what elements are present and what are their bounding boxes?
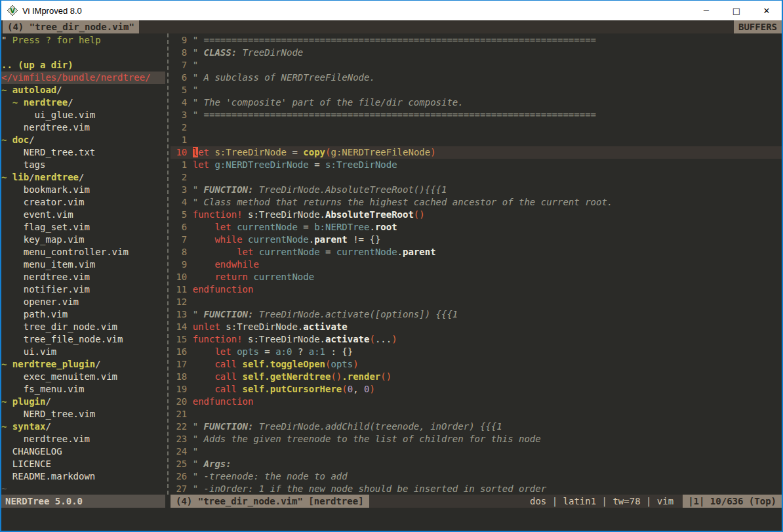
tree-item[interactable]: ~ lib/nerdtree/ xyxy=(1,171,165,184)
code-line[interactable]: 2 xyxy=(171,171,782,184)
code-line[interactable]: 14unlet s:TreeDirNode.activate xyxy=(171,321,782,333)
code-line[interactable]: 26" -treenode: the node to add xyxy=(171,470,782,483)
code-line[interactable]: 17 call self.toggleOpen(opts) xyxy=(171,358,782,371)
tree-item[interactable]: ~ doc/ xyxy=(1,134,165,146)
vim-logo-icon: V xyxy=(7,5,18,16)
code-line[interactable]: 21 xyxy=(171,408,782,420)
line-number: 5 xyxy=(171,209,187,221)
code-line[interactable]: 23" Adds the given treenode to the list … xyxy=(171,433,782,445)
code-line[interactable]: 25" Args: xyxy=(171,458,782,470)
code-line[interactable]: 1 xyxy=(171,134,782,146)
tree-item[interactable]: menu_item.vim xyxy=(1,258,165,271)
tab-tree-dir-node[interactable]: (4) "tree_dir_node.vim" xyxy=(3,20,139,33)
tree-item[interactable]: NERD_tree.txt xyxy=(1,146,165,159)
command-line[interactable] xyxy=(1,508,782,531)
tree-item[interactable]: menu_controller.vim xyxy=(1,246,165,258)
tree-item[interactable]: tree_dir_node.vim xyxy=(1,321,165,333)
maximize-button[interactable]: □ xyxy=(721,1,752,20)
tree-item[interactable]: tags xyxy=(1,159,165,171)
line-number: 7 xyxy=(171,59,187,72)
tree-item[interactable]: creator.vim xyxy=(1,196,165,209)
code-line[interactable]: 19 call self.putCursorHere(0, 0) xyxy=(171,383,782,396)
minimize-button[interactable]: ─ xyxy=(691,1,721,20)
code-line[interactable]: 6" A subclass of NERDTreeFileNode. xyxy=(171,72,782,84)
tree-item[interactable]: opener.vim xyxy=(1,296,165,308)
line-number: 24 xyxy=(171,445,187,458)
line-number: 14 xyxy=(171,321,187,333)
code-line[interactable]: 6 let currentNode = b:NERDTree.root xyxy=(171,221,782,234)
code-line[interactable]: 2 xyxy=(171,121,782,134)
line-number: 5 xyxy=(171,84,187,96)
tree-item[interactable]: ~ syntax/ xyxy=(1,420,165,433)
tree-item[interactable]: ui_glue.vim xyxy=(1,109,165,121)
code-line[interactable]: 22" FUNCTION: TreeDirNode.addChild(treen… xyxy=(171,420,782,433)
tree-item[interactable]: .. (up a dir) xyxy=(1,59,165,72)
tree-item[interactable]: nerdtree.vim xyxy=(1,121,165,134)
code-line[interactable]: 7" xyxy=(171,59,782,72)
tree-item[interactable]: ~ nerdtree/ xyxy=(1,96,165,109)
code-line[interactable]: 9 endwhile xyxy=(171,258,782,271)
line-number: 9 xyxy=(171,258,187,271)
code-line[interactable]: 11endfunction xyxy=(171,283,782,296)
tree-item[interactable]: fs_menu.vim xyxy=(1,383,165,396)
code-line[interactable]: 18 call self.getNerdtree().render() xyxy=(171,371,782,383)
line-number: 13 xyxy=(171,308,187,321)
code-line[interactable]: 8" CLASS: TreeDirNode xyxy=(171,47,782,59)
code-line[interactable]: 9" =====================================… xyxy=(171,34,782,47)
code-line[interactable]: 1let g:NERDTreeDirNode = s:TreeDirNode xyxy=(171,159,782,171)
statusline-gap xyxy=(165,495,171,508)
tree-item[interactable]: LICENCE xyxy=(1,458,165,470)
tree-item[interactable]: README.markdown xyxy=(1,470,165,483)
tree-item[interactable]: ui.vim xyxy=(1,346,165,358)
code-line[interactable]: 5function! s:TreeDirNode.AbsoluteTreeRoo… xyxy=(171,209,782,221)
code-line[interactable]: 3" FUNCTION: TreeDirNode.AbsoluteTreeRoo… xyxy=(171,184,782,196)
file-format-info: dos | latin1 | tw=78 | vim xyxy=(530,496,673,506)
code-line[interactable]: 5" xyxy=(171,84,782,96)
tree-item[interactable]: exec_menuitem.vim xyxy=(1,371,165,383)
cursor-position-indicator: |1| 10/636 (Top) xyxy=(683,495,782,508)
tree-item[interactable]: tree_file_node.vim xyxy=(1,333,165,346)
buffers-label: BUFFERS xyxy=(734,20,782,33)
tree-item[interactable]: key_map.vim xyxy=(1,234,165,246)
code-line[interactable]: 16 let opts = a:0 ? a:1 : {} xyxy=(171,346,782,358)
code-line[interactable]: 24" xyxy=(171,445,782,458)
tree-item[interactable]: NERD_tree.vim xyxy=(1,408,165,420)
status-bar: NERDTree 5.0.0 (4) "tree_dir_node.vim" [… xyxy=(1,495,782,508)
code-line[interactable]: 10 return currentNode xyxy=(171,271,782,283)
tree-item[interactable]: event.vim xyxy=(1,209,165,221)
tree-item[interactable]: nerdtree.vim xyxy=(1,271,165,283)
line-number: 25 xyxy=(171,458,187,470)
tree-item[interactable] xyxy=(1,47,165,59)
tree-item[interactable]: ~ plugin/ xyxy=(1,396,165,408)
tree-item[interactable]: ~ nerdtree_plugin/ xyxy=(1,358,165,371)
line-number: 23 xyxy=(171,433,187,445)
code-line[interactable]: 27" -inOrder: 1 if the new node should b… xyxy=(171,483,782,495)
line-number: 2 xyxy=(171,121,187,134)
tab-line-filler xyxy=(139,20,734,33)
tree-item[interactable]: CHANGELOG xyxy=(1,445,165,458)
tree-item[interactable]: bookmark.vim xyxy=(1,184,165,196)
tree-item[interactable]: ~ autoload/ xyxy=(1,84,165,96)
code-line[interactable]: 4" The 'composite' part of the file/dir … xyxy=(171,96,782,109)
code-line[interactable]: 15function! s:TreeDirNode.activate(...) xyxy=(171,333,782,346)
tree-item[interactable]: notifier.vim xyxy=(1,283,165,296)
title-bar: V Vi IMproved 8.0 ─ □ ✕ xyxy=(1,1,782,20)
tree-item[interactable]: ~ xyxy=(1,483,165,495)
code-line-current[interactable]: 10let s:TreeDirNode = copy(g:NERDTreeFil… xyxy=(171,146,782,159)
line-number: 7 xyxy=(171,234,187,246)
tree-item[interactable]: </vimfiles/bundle/nerdtree/ xyxy=(1,72,165,84)
tree-item[interactable]: " Press ? for help xyxy=(1,34,165,47)
close-button[interactable]: ✕ xyxy=(752,1,782,20)
code-line[interactable]: 4" Class method that returns the highest… xyxy=(171,196,782,209)
code-line[interactable]: 3" =====================================… xyxy=(171,109,782,121)
tree-item[interactable]: flag_set.vim xyxy=(1,221,165,234)
tree-item[interactable]: path.vim xyxy=(1,308,165,321)
code-line[interactable]: 8 let currentNode = currentNode.parent xyxy=(171,246,782,258)
vertical-split-divider[interactable] xyxy=(165,33,171,495)
code-line[interactable]: 12 xyxy=(171,296,782,308)
code-line[interactable]: 13" FUNCTION: TreeDirNode.activate([opti… xyxy=(171,308,782,321)
code-line[interactable]: 7 while currentNode.parent != {} xyxy=(171,234,782,246)
code-line[interactable]: 20endfunction xyxy=(171,396,782,408)
tree-item[interactable]: nerdtree.vim xyxy=(1,433,165,445)
line-number: 6 xyxy=(171,72,187,84)
